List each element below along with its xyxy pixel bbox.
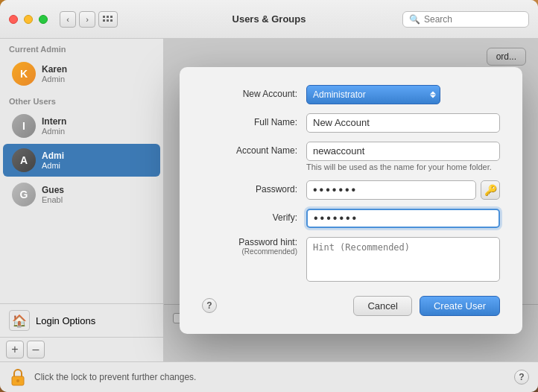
create-user-button[interactable]: Create User bbox=[420, 296, 500, 316]
sidebar: Current Admin K Karen Admin Other Users … bbox=[0, 39, 164, 361]
hint-label-wrap: Password hint: (Recommended) bbox=[202, 237, 306, 256]
modal-buttons: Cancel Create User bbox=[353, 296, 500, 316]
account-type-select[interactable]: Administrator Standard Sharing Only bbox=[306, 85, 440, 104]
account-name-input[interactable] bbox=[306, 142, 500, 161]
karen-name: Karen bbox=[42, 64, 67, 75]
password-input-wrap: 🔑 bbox=[306, 180, 500, 200]
full-name-input[interactable] bbox=[306, 113, 500, 133]
hint-sublabel: (Recommended) bbox=[202, 247, 297, 256]
right-panel: ord... New Account: Administrator Standa… bbox=[164, 39, 538, 361]
sidebar-bottom: 🏠 Login Options + – bbox=[0, 303, 163, 361]
bottom-help-button[interactable]: ? bbox=[514, 370, 529, 385]
search-box[interactable]: 🔍 bbox=[402, 11, 529, 28]
sidebar-guest-text: Gues Enabl bbox=[42, 185, 64, 204]
minimize-button[interactable] bbox=[24, 15, 33, 24]
main-content: Current Admin K Karen Admin Other Users … bbox=[0, 39, 538, 361]
password-input[interactable] bbox=[306, 180, 476, 200]
password-label: Password: bbox=[202, 180, 306, 195]
sidebar-item-karen[interactable]: K Karen Admin bbox=[3, 57, 160, 90]
new-account-modal: New Account: Administrator Standard Shar… bbox=[180, 67, 522, 334]
form-row-account-name: Account Name: This will be used as the n… bbox=[202, 142, 500, 171]
window-title: Users & Groups bbox=[232, 13, 306, 25]
bottom-bar: Click the lock to prevent further change… bbox=[0, 361, 538, 392]
full-name-label: Full Name: bbox=[202, 113, 306, 127]
intern-name: Intern bbox=[42, 116, 66, 127]
sidebar-item-intern[interactable]: I Intern Admin bbox=[3, 110, 160, 142]
full-name-field bbox=[306, 113, 500, 133]
modal-actions: ? Cancel Create User bbox=[202, 296, 500, 316]
sidebar-item-admin[interactable]: A Admi Admi bbox=[3, 144, 160, 177]
hint-field bbox=[306, 237, 500, 284]
remove-user-button[interactable]: – bbox=[27, 341, 45, 358]
sidebar-action-bar: + – bbox=[0, 337, 163, 361]
grid-button[interactable] bbox=[98, 11, 118, 28]
karen-sub: Admin bbox=[42, 75, 67, 83]
forward-icon: › bbox=[86, 15, 89, 24]
guest-sub: Enabl bbox=[42, 195, 64, 204]
bottom-text: Click the lock to prevent further change… bbox=[34, 372, 507, 382]
account-name-field: This will be used as the name for your h… bbox=[306, 142, 500, 171]
sidebar-admin-text: Admi Admi bbox=[42, 151, 64, 170]
search-input[interactable] bbox=[424, 14, 522, 25]
avatar-admin: A bbox=[12, 148, 36, 172]
grid-icon bbox=[103, 16, 113, 22]
titlebar: ‹ › Users & Groups 🔍 bbox=[0, 0, 538, 39]
lock-icon bbox=[10, 368, 25, 386]
avatar-intern: I bbox=[12, 114, 36, 138]
login-icon: 🏠 bbox=[9, 310, 30, 331]
other-users-label: Other Users bbox=[0, 91, 163, 109]
form-row-verify: Verify: bbox=[202, 209, 500, 228]
main-window: ‹ › Users & Groups 🔍 Current Admin K bbox=[0, 0, 538, 392]
sidebar-intern-text: Intern Admin bbox=[42, 116, 66, 136]
maximize-button[interactable] bbox=[39, 15, 48, 24]
cancel-button[interactable]: Cancel bbox=[353, 296, 411, 316]
avatar-guest: G bbox=[12, 183, 36, 206]
help-button[interactable]: ? bbox=[202, 298, 217, 313]
hint-textarea[interactable] bbox=[306, 237, 500, 282]
guest-name: Gues bbox=[42, 185, 64, 195]
svg-point-1 bbox=[16, 379, 19, 382]
modal-overlay: New Account: Administrator Standard Shar… bbox=[164, 39, 538, 361]
account-type-select-wrapper: Administrator Standard Sharing Only bbox=[306, 85, 440, 104]
back-icon: ‹ bbox=[66, 15, 69, 24]
form-row-password: Password: 🔑 bbox=[202, 180, 500, 200]
close-button[interactable] bbox=[9, 15, 18, 24]
add-user-button[interactable]: + bbox=[6, 341, 24, 358]
account-name-label: Account Name: bbox=[202, 142, 306, 156]
password-field: 🔑 bbox=[306, 180, 500, 200]
hint-label: Password hint: bbox=[202, 237, 297, 247]
sidebar-karen-text: Karen Admin bbox=[42, 64, 67, 83]
traffic-lights bbox=[9, 15, 48, 24]
forward-button[interactable]: › bbox=[79, 11, 95, 28]
form-row-hint: Password hint: (Recommended) bbox=[202, 237, 500, 284]
login-options-label: Login Options bbox=[36, 315, 95, 326]
form-row-account-type: New Account: Administrator Standard Shar… bbox=[202, 85, 500, 104]
account-type-field: Administrator Standard Sharing Only bbox=[306, 85, 500, 104]
sidebar-item-guest[interactable]: G Gues Enabl bbox=[3, 178, 160, 211]
account-name-hint: This will be used as the name for your h… bbox=[306, 162, 500, 171]
login-options-item[interactable]: 🏠 Login Options bbox=[0, 304, 163, 337]
admin-sub: Admi bbox=[42, 161, 64, 170]
admin-name: Admi bbox=[42, 151, 64, 161]
intern-sub: Admin bbox=[42, 127, 66, 136]
form-row-full-name: Full Name: bbox=[202, 113, 500, 133]
lock-button[interactable] bbox=[9, 368, 27, 386]
search-icon: 🔍 bbox=[409, 14, 420, 25]
key-icon: 🔑 bbox=[484, 184, 497, 196]
current-admin-label: Current Admin bbox=[0, 39, 163, 57]
verify-field bbox=[306, 209, 500, 228]
verify-input[interactable] bbox=[306, 209, 500, 228]
verify-label: Verify: bbox=[202, 209, 306, 223]
nav-buttons: ‹ › bbox=[60, 11, 95, 28]
back-button[interactable]: ‹ bbox=[60, 11, 76, 28]
key-button[interactable]: 🔑 bbox=[481, 180, 500, 200]
avatar-karen: K bbox=[12, 62, 36, 86]
new-account-label: New Account: bbox=[202, 85, 306, 99]
